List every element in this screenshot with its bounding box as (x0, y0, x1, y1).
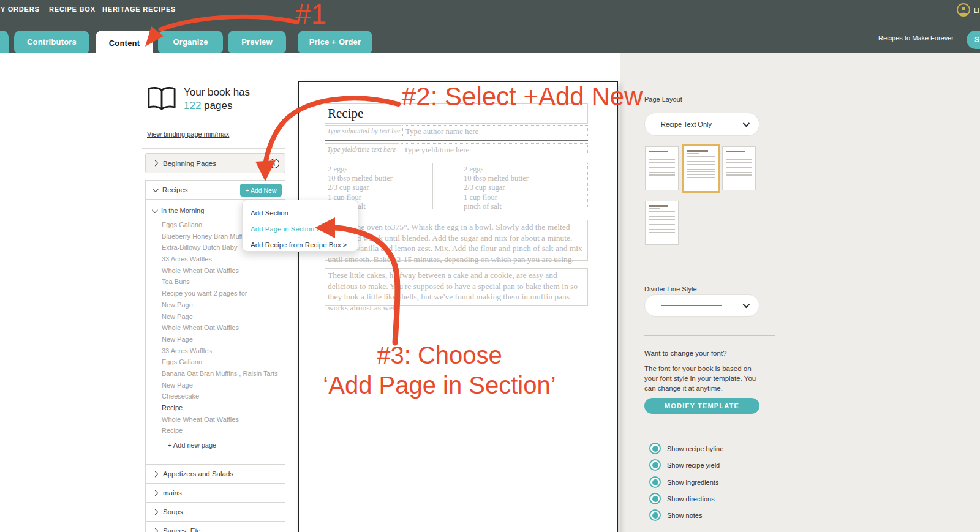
binding-minmax-link[interactable]: View binding page min/max (147, 130, 229, 138)
menu-item-add-section[interactable]: Add Section (243, 205, 358, 221)
recipe-page-item[interactable]: Whole Wheat Oat Waffles (146, 265, 285, 277)
toggle-show-ingredients[interactable]: Show ingredients (649, 476, 718, 488)
settings-panel: Page Layout Recipe Text Only Divider Lin… (620, 53, 980, 532)
tab-organize[interactable]: Organize (158, 31, 223, 53)
divider-style-label: Divider Line Style (644, 285, 697, 293)
section-soups[interactable]: Soups (146, 502, 285, 521)
sidebar: Your book has 122 pages View binding pag… (142, 53, 287, 532)
recipe-page-item[interactable]: Recipe you want 2 pages for (146, 288, 285, 299)
recipe-page-item[interactable]: Whole Wheat Oat Waffles (146, 414, 285, 425)
section-appetizers-salads[interactable]: Appetizers and Salads (146, 464, 285, 483)
recipe-page-item-selected[interactable]: Recipe (146, 402, 285, 414)
recipe-divider-line (325, 140, 588, 141)
toggle-on-icon[interactable] (649, 476, 661, 488)
yield-value-field[interactable]: Type yield/time here (401, 143, 588, 155)
add-new-button[interactable]: + Add New (240, 184, 282, 197)
tab-preview[interactable]: Preview (228, 31, 286, 53)
add-new-dropdown-menu: Add Section Add Page in Section > Add Re… (242, 200, 358, 252)
recipe-page-item[interactable]: New Page (146, 299, 285, 311)
recipe-page-item[interactable]: Eggs Galiano (146, 356, 285, 368)
user-name-label: Li (974, 7, 979, 14)
toggle-on-icon[interactable] (649, 509, 661, 521)
page-layout-value: Recipe Text Only (661, 121, 712, 128)
tab-content[interactable]: Content (96, 31, 153, 55)
modify-template-button[interactable]: MODIFY TEMPLATE (644, 398, 760, 414)
layout-thumbnail-1[interactable] (645, 146, 679, 190)
page-count-number: 122 (184, 100, 201, 111)
section-recipes[interactable]: Recipes + Add New (146, 180, 285, 200)
tab-contributors[interactable]: Contributors (14, 31, 89, 53)
recipe-page-item[interactable]: New Page (146, 334, 285, 345)
chevron-right-icon (153, 490, 159, 496)
notes-field[interactable]: These little cakes, halfway between a ca… (325, 268, 588, 306)
nav-recipe-box[interactable]: RECIPE BOX (49, 6, 96, 13)
nav-my-orders[interactable]: MY ORDERS (0, 6, 40, 13)
toggle-show-notes[interactable]: Show notes (649, 509, 702, 521)
chevron-down-icon (153, 186, 159, 192)
recipe-page-item[interactable]: New Page (146, 311, 285, 323)
toggle-on-icon[interactable] (649, 493, 661, 504)
save-button[interactable]: S (967, 31, 980, 49)
recipe-page-item[interactable]: Banana Oat Bran Muffins , Raisin Tarts (146, 368, 285, 380)
book-icon (147, 86, 176, 111)
panel-divider (644, 435, 775, 435)
chevron-down-icon (152, 207, 158, 213)
font-description-text: The font for your book is based on your … (644, 364, 766, 393)
chevron-right-icon (153, 528, 159, 532)
app-canvas: MY ORDERS RECIPE BOX HERITAGE RECIPES Li… (0, 0, 980, 532)
recipe-page-item[interactable]: Tea Buns (146, 276, 285, 288)
page-layout-select[interactable]: Recipe Text Only (644, 113, 760, 136)
font-question-heading: Want to change your font? (644, 350, 726, 357)
recipe-page-item[interactable]: New Page (146, 380, 285, 391)
layout-thumbnail-4[interactable] (645, 201, 679, 245)
toggle-show-recipe-yield[interactable]: Show recipe yield (649, 459, 720, 471)
menu-item-add-recipe-from-box[interactable]: Add Recipe from Recipe Box > (243, 237, 358, 253)
toggle-on-icon[interactable] (649, 459, 661, 471)
page-layout-label: Page Layout (644, 96, 682, 103)
nav-heritage-recipes[interactable]: HERITAGE RECIPES (102, 6, 176, 13)
panel-divider (644, 335, 775, 336)
section-beginning-pages[interactable]: Beginning Pages i (145, 153, 285, 173)
chevron-down-icon (743, 120, 750, 127)
page-count-text: Your book has 122 pages (184, 86, 250, 113)
directions-field[interactable]: Preheat the oven to375°. Whisk the egg i… (325, 220, 588, 261)
chevron-down-icon (743, 301, 750, 308)
menu-item-add-page-in-section[interactable]: Add Page in Section > (243, 221, 358, 237)
author-name-field[interactable]: Type author name here (402, 125, 588, 137)
recipe-page-item[interactable]: Recipe (146, 425, 285, 436)
recipe-title-field[interactable]: Recipe (325, 103, 588, 124)
divider-line-sample (661, 305, 722, 306)
user-avatar-icon[interactable] (957, 3, 970, 17)
book-title-label: Recipes to Make Forever (878, 34, 954, 42)
chevron-right-icon (153, 509, 159, 515)
section-mains[interactable]: mains (146, 483, 285, 502)
recipe-page-preview: Recipe Type submitted by text here Type … (298, 81, 618, 532)
layout-thumbnail-2-selected[interactable] (682, 144, 720, 193)
yield-label-field[interactable]: Type yield/time text here (325, 143, 399, 155)
header: MY ORDERS RECIPE BOX HERITAGE RECIPES Li… (0, 0, 980, 53)
recipe-page-item[interactable]: 33 Acres Waffles (146, 253, 285, 265)
add-new-page-link[interactable]: + Add new page (168, 441, 285, 449)
toggle-show-recipe-byline[interactable]: Show recipe byline (649, 443, 723, 454)
submitted-by-field[interactable]: Type submitted by text here (325, 125, 401, 137)
divider-style-select[interactable] (644, 294, 760, 317)
chevron-right-icon (153, 160, 159, 167)
recipe-page-item[interactable]: 33 Acres Waffles (146, 345, 285, 357)
sidebar-divider (142, 148, 285, 149)
ingredients-column-2[interactable]: 2 eggs 10 tbsp melted butter 2/3 cup sug… (461, 163, 588, 209)
tab-partial[interactable] (0, 31, 9, 53)
toggle-show-directions[interactable]: Show directions (649, 493, 715, 504)
recipe-page-item[interactable]: Cheesecake (146, 391, 285, 402)
info-icon[interactable]: i (270, 159, 279, 168)
chevron-right-icon (153, 471, 159, 477)
layout-thumbnail-3[interactable] (722, 146, 756, 190)
section-sauces-etc[interactable]: Sauces, Etc (146, 521, 285, 532)
toggle-on-icon[interactable] (649, 443, 661, 454)
recipe-page-item[interactable]: Whole Wheat Oat Waffles (146, 322, 285, 334)
tab-price-order[interactable]: Price + Order (298, 31, 372, 53)
